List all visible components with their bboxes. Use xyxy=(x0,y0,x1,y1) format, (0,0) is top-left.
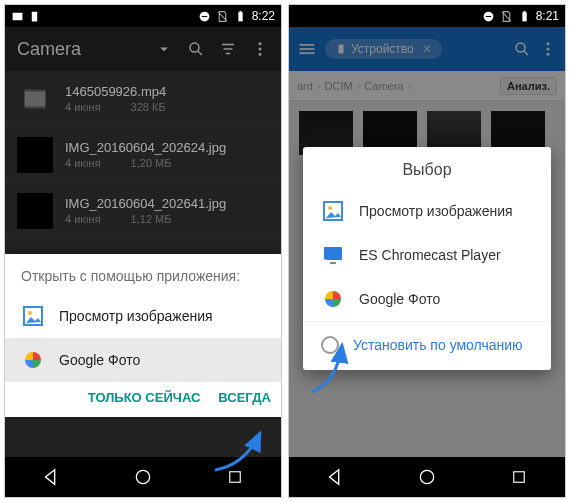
battery-icon xyxy=(234,10,247,23)
notif-icon xyxy=(28,10,41,23)
nav-bar xyxy=(5,457,281,497)
svg-point-35 xyxy=(328,206,332,210)
svg-rect-5 xyxy=(239,11,241,12)
set-default-label: Установить по умолчанию xyxy=(353,337,523,353)
app-chooser-sheet: Открыть с помощью приложения: Просмотр и… xyxy=(5,254,281,417)
svg-rect-0 xyxy=(13,12,23,20)
recents-button[interactable] xyxy=(504,462,534,492)
image-viewer-icon xyxy=(21,304,45,328)
chromecast-icon xyxy=(321,243,345,267)
battery-icon xyxy=(518,10,531,23)
google-photos-icon xyxy=(321,287,345,311)
back-button[interactable] xyxy=(320,462,350,492)
svg-rect-4 xyxy=(238,12,242,21)
status-bar: 8:21 xyxy=(289,5,565,27)
svg-rect-23 xyxy=(522,12,526,21)
home-button[interactable] xyxy=(412,462,442,492)
status-time: 8:22 xyxy=(252,9,275,23)
back-button[interactable] xyxy=(36,462,66,492)
status-bar: 8:22 xyxy=(5,5,281,27)
dialog-app-row[interactable]: Просмотр изображения xyxy=(303,189,551,233)
svg-rect-39 xyxy=(514,472,525,483)
open-with-dialog: Выбор Просмотр изображения ES Chromecast… xyxy=(303,147,551,370)
svg-point-38 xyxy=(420,470,433,483)
no-sim-icon xyxy=(500,10,513,23)
svg-point-19 xyxy=(136,470,149,483)
google-photos-icon xyxy=(21,348,45,372)
svg-rect-20 xyxy=(230,472,241,483)
left-content: Camera 1465059926.mp4 4 июня328 КБ xyxy=(5,27,281,457)
no-sim-icon xyxy=(216,10,229,23)
set-default-row[interactable]: Установить по умолчанию xyxy=(303,321,551,370)
gallery-notif-icon xyxy=(11,10,24,23)
svg-rect-36 xyxy=(324,247,342,260)
chooser-app-label: Просмотр изображения xyxy=(59,308,213,324)
nav-bar xyxy=(289,457,565,497)
home-button[interactable] xyxy=(128,462,158,492)
chooser-app-label: Google Фото xyxy=(59,352,140,368)
phone-left: 8:22 Camera 1465059926.mp4 4 июня328 КБ xyxy=(4,4,282,498)
recents-button[interactable] xyxy=(220,462,250,492)
dialog-app-row[interactable]: Google Фото xyxy=(303,277,551,321)
just-once-button[interactable]: ТОЛЬКО СЕЙЧАС xyxy=(88,390,201,405)
right-content: Устройство ✕ ard › DCIM › Camera › Анали… xyxy=(289,27,565,457)
dialog-app-label: Google Фото xyxy=(359,291,440,307)
dialog-app-label: Просмотр изображения xyxy=(359,203,513,219)
dialog-title: Выбор xyxy=(303,147,551,189)
dialog-app-label: ES Chromecast Player xyxy=(359,247,501,263)
chooser-app-row[interactable]: Просмотр изображения xyxy=(5,294,281,338)
dnd-icon xyxy=(198,10,211,23)
svg-point-18 xyxy=(28,311,32,315)
svg-rect-1 xyxy=(32,11,37,21)
svg-rect-3 xyxy=(201,15,206,16)
svg-rect-22 xyxy=(485,15,490,16)
dialog-app-row[interactable]: ES Chromecast Player xyxy=(303,233,551,277)
always-button[interactable]: ВСЕГДА xyxy=(218,390,271,405)
chooser-title: Открыть с помощью приложения: xyxy=(5,254,281,294)
status-time: 8:21 xyxy=(536,9,559,23)
chooser-app-row[interactable]: Google Фото xyxy=(5,338,281,382)
svg-rect-24 xyxy=(523,11,525,12)
image-viewer-icon xyxy=(321,199,345,223)
svg-rect-37 xyxy=(330,262,336,264)
phone-right: 8:21 Устройство ✕ ard › DCIM › Camera xyxy=(288,4,566,498)
dnd-icon xyxy=(482,10,495,23)
radio-unchecked-icon[interactable] xyxy=(321,336,339,354)
